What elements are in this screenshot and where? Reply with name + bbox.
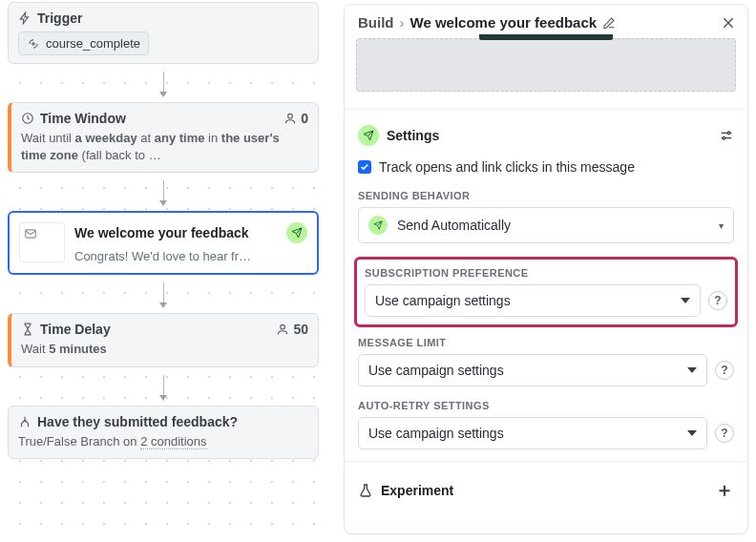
time-delay-count-value: 50	[293, 322, 308, 337]
panel-header: Build › We welcome your feedback	[345, 5, 747, 38]
td-text: Wait	[21, 342, 49, 356]
node-time-delay-title: Time Delay	[40, 322, 111, 337]
trigger-event-name: course_complete	[46, 36, 140, 51]
breadcrumb-root[interactable]: Build	[358, 14, 394, 31]
message-thumbnail	[19, 222, 65, 262]
track-opens-label: Track opens and link clicks in this mess…	[379, 159, 635, 175]
settings-badge	[358, 125, 379, 146]
node-trigger[interactable]: Trigger course_complete	[8, 2, 319, 64]
node-message-selected[interactable]: We welcome your feedback Congrats! We'd …	[8, 211, 319, 275]
settings-header: Settings	[358, 125, 734, 146]
tw-text4: (fall back to …	[78, 148, 161, 162]
clock-icon	[21, 112, 34, 125]
node-branch[interactable]: Have they submitted feedback? True/False…	[8, 406, 319, 459]
auto-retry-help-button[interactable]: ?	[715, 424, 734, 443]
subscription-preference-highlight: SUBSCRIPTION PREFERENCE Use campaign set…	[354, 257, 738, 327]
tw-text: Wait until	[21, 131, 75, 145]
svg-point-2	[288, 114, 293, 118]
send-auto-badge	[368, 216, 388, 235]
time-window-count-value: 0	[301, 111, 308, 126]
message-limit-value: Use campaign settings	[368, 363, 504, 378]
experiment-title: Experiment	[381, 483, 453, 498]
subscription-preference-select[interactable]: Use campaign settings	[365, 284, 701, 317]
person-icon	[284, 112, 297, 125]
sending-behavior-label: SENDING BEHAVIOR	[358, 190, 734, 201]
subscription-preference-label: SUBSCRIPTION PREFERENCE	[365, 267, 727, 279]
time-delay-desc: Wait 5 minutes	[21, 341, 308, 358]
auto-retry-label: AUTO-RETRY SETTINGS	[358, 400, 734, 411]
node-branch-title: Have they submitted feedback?	[37, 414, 238, 429]
trigger-event-pill[interactable]: course_complete	[18, 31, 149, 55]
time-delay-count: 50	[276, 322, 308, 337]
br-text: True/False Branch on	[18, 434, 140, 448]
tw-text3: in	[204, 131, 220, 145]
svg-point-0	[32, 42, 34, 44]
connector	[8, 72, 319, 94]
td-duration: 5 minutes	[49, 342, 107, 356]
chevron-down-icon	[681, 298, 690, 303]
node-time-window[interactable]: Time Window 0 Wait until a weekday at an…	[8, 102, 319, 173]
branch-icon	[18, 415, 32, 428]
connector	[8, 282, 319, 305]
settings-section: Settings Track opens and link clicks in …	[345, 110, 747, 461]
broadcast-icon	[27, 37, 40, 51]
tw-text2: at	[137, 131, 155, 145]
branch-desc: True/False Branch on 2 conditions	[18, 433, 308, 450]
svg-point-4	[281, 325, 285, 330]
connector	[8, 180, 319, 203]
paper-plane-icon	[363, 130, 374, 141]
flask-icon	[358, 483, 373, 498]
auto-retry-select[interactable]: Use campaign settings	[358, 417, 707, 449]
svg-point-5	[727, 132, 730, 135]
check-icon	[360, 162, 369, 172]
settings-title: Settings	[387, 128, 439, 143]
sending-behavior-select[interactable]: Send Automatically ▾	[358, 207, 734, 243]
close-icon	[721, 15, 736, 31]
node-time-window-title: Time Window	[40, 111, 126, 126]
add-experiment-button[interactable]: ＋	[715, 477, 734, 503]
preview-placeholder	[356, 38, 736, 92]
close-button[interactable]	[721, 15, 736, 31]
node-trigger-title: Trigger	[37, 10, 82, 26]
message-preview: Congrats! We'd love to hear fr…	[74, 249, 307, 263]
message-limit-label: MESSAGE LIMIT	[358, 337, 734, 348]
subscription-help-button[interactable]: ?	[708, 291, 727, 310]
branch-conditions-link[interactable]: 2 conditions	[140, 434, 206, 449]
checkbox-checked[interactable]	[358, 160, 371, 174]
time-window-count: 0	[284, 111, 308, 126]
mail-icon	[24, 227, 37, 240]
edit-title-button[interactable]	[602, 16, 616, 30]
track-opens-row[interactable]: Track opens and link clicks in this mess…	[358, 159, 734, 175]
tw-weekday: a weekday	[75, 131, 137, 145]
experiment-section[interactable]: Experiment ＋	[345, 461, 747, 518]
svg-point-6	[723, 136, 725, 139]
paper-plane-icon	[291, 227, 303, 239]
bolt-icon	[18, 11, 32, 25]
message-limit-help-button[interactable]: ?	[715, 361, 734, 380]
subscription-preference-value: Use campaign settings	[375, 293, 511, 308]
time-window-desc: Wait until a weekday at any time in the …	[21, 130, 308, 164]
chevron-down-icon	[687, 430, 697, 436]
paper-plane-icon	[373, 220, 383, 230]
message-title: We welcome your feedback	[74, 225, 249, 240]
message-limit-select[interactable]: Use campaign settings	[358, 354, 707, 386]
chevron-down-icon: ▾	[719, 220, 724, 231]
detail-panel: Build › We welcome your feedback Setting…	[344, 4, 748, 534]
panel-title: We welcome your feedback	[410, 14, 598, 31]
connector	[8, 375, 319, 398]
auto-retry-value: Use campaign settings	[368, 426, 504, 441]
settings-collapse-button[interactable]	[719, 128, 734, 143]
pencil-icon	[602, 16, 616, 30]
sending-behavior-value: Send Automatically	[397, 218, 511, 233]
workflow-canvas: Trigger course_complete Time Window 0 Wa…	[0, 0, 334, 542]
tw-anytime: any time	[155, 131, 205, 145]
send-badge	[286, 222, 307, 243]
chevron-down-icon	[687, 367, 697, 373]
hourglass-icon	[21, 323, 34, 336]
node-time-delay[interactable]: Time Delay 50 Wait 5 minutes	[8, 313, 319, 366]
person-icon	[276, 323, 289, 336]
breadcrumb-separator: ›	[400, 14, 405, 31]
sliders-icon	[719, 128, 734, 143]
